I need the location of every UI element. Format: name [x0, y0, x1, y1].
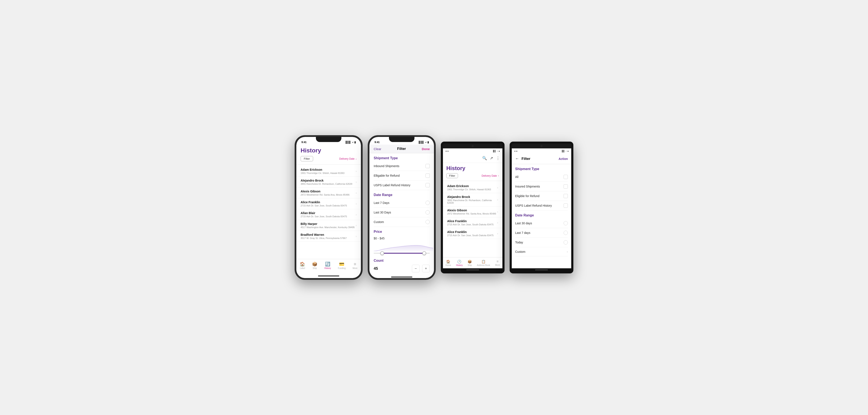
checkbox-refund-android[interactable] [564, 194, 568, 198]
android-tab-bar: 🏠Home🕐History📦Ship📋Address Book≡More [443, 257, 502, 268]
android-filter-title: Filter [522, 157, 556, 161]
tab-item-history[interactable]: 🔄History [324, 262, 331, 269]
slider-right-thumb[interactable] [422, 251, 426, 255]
done-button[interactable]: Done [422, 147, 430, 151]
filter-body: Shipment Type Inbound Shipments Elligabl… [369, 153, 434, 275]
action-button[interactable]: Action [558, 157, 568, 160]
checkbox-all[interactable] [564, 175, 568, 179]
history-page: History Filter Delivery Date ↓ Adam Eric… [296, 145, 361, 259]
android-tab-more[interactable]: ≡More [495, 260, 500, 266]
radio-7days[interactable] [426, 201, 430, 205]
tab-item-ship[interactable]: 📦Ship [312, 262, 317, 269]
android-contact-item[interactable]: Alice Franklin2715 Ash Dr. San Jose, Sou… [443, 228, 502, 239]
time-2: 9:41 [374, 141, 380, 144]
android-filter-7days[interactable]: Last 7 days [515, 228, 568, 238]
android-filter-button[interactable]: Filter [446, 173, 458, 178]
share-icon[interactable]: ↗ [490, 156, 493, 160]
price-range-label: $0 - $45 [374, 235, 430, 242]
android-status-bar: ● ● ▌▌ ⌿ ▮ [443, 148, 502, 153]
android-filter-refund[interactable]: Eligible for Refund [515, 191, 568, 201]
more-icon[interactable]: ⋮ [496, 156, 500, 160]
phone-ios-filter: 9:41 ▌▌▌ ⌿ ▮ Clear Filter Done Shipment … [368, 135, 436, 280]
filter-option-7days[interactable]: Last 7 Days [374, 198, 430, 208]
increment-button[interactable]: + [422, 265, 430, 272]
chevron-icon: › [497, 232, 498, 235]
checkbox-usps[interactable] [426, 183, 430, 187]
chevron-icon: › [355, 180, 357, 184]
home-indicator [296, 274, 361, 278]
radio-today[interactable] [564, 240, 568, 244]
tab-item-more[interactable]: ≡More [353, 262, 358, 269]
android-tab-home[interactable]: 🏠Home [445, 260, 451, 266]
contact-item[interactable]: Billy Harper4517 Washington Ave. Manches… [296, 220, 361, 231]
filter-option-inbound[interactable]: Inbound Shipments [374, 161, 430, 171]
tab-item-label[interactable]: 🏠Label [300, 262, 305, 269]
filter-option-custom[interactable]: Custom [374, 217, 430, 227]
checkbox-usps-android[interactable] [564, 204, 568, 208]
contact-item[interactable]: Alejandro Brock3891 Ranchview Dr. Richar… [296, 177, 361, 187]
notch [389, 137, 414, 142]
android-sort-label: Delivery Date ↑ [482, 174, 499, 177]
android-filter-today[interactable]: Today [515, 238, 568, 247]
android-filter-body: Shipment Type All Insured Shipments Elig… [512, 164, 571, 268]
filter-option-eligible[interactable]: Elligable for Refund [374, 171, 430, 180]
contact-item[interactable]: Alexis Gibson2972 Westheimer Rd. Santa A… [296, 187, 361, 198]
filter-option-30days[interactable]: Last 30 Days [374, 208, 430, 217]
shipment-type-title: Shipment Type [374, 153, 430, 161]
phone-ios-history: 9:41 ▌▌▌ ⌿ ▮ History Filter Delivery Dat… [294, 135, 363, 280]
android-contact-item[interactable]: Alice Franklin2715 Ash Dr. San Jose, Sou… [443, 217, 502, 228]
android-contact-item[interactable]: Adam Erickson1901 Thornridge Cir. Shiloh… [443, 182, 502, 193]
radio-30days-android[interactable] [564, 221, 568, 225]
android-filter-custom[interactable]: Custom › [515, 247, 568, 257]
android-tab-ship[interactable]: 📦Ship [468, 260, 472, 266]
contact-item[interactable]: Bradford Warren3517 W. Gray St. Utica, P… [296, 231, 361, 242]
slider-left-thumb[interactable] [380, 251, 384, 255]
android-filter-usps[interactable]: USPS Label Refund History [515, 201, 568, 210]
sort-label: Delivery Date ↓ [339, 157, 357, 160]
filter-option-usps[interactable]: USPS Label Refund History [374, 180, 430, 190]
filter-page: Clear Filter Done Shipment Type Inbound … [369, 145, 434, 275]
android-filter-30days[interactable]: Last 30 days [515, 218, 568, 228]
count-value: 45 [374, 266, 409, 271]
radio-30days[interactable] [426, 210, 430, 214]
history-header: History Filter Delivery Date ↓ [296, 145, 361, 163]
chevron-icon: › [355, 224, 357, 227]
android-tab-history[interactable]: 🕐History [456, 260, 463, 266]
checkbox-inbound[interactable] [426, 164, 430, 168]
count-section: Count 45 − + [374, 256, 430, 275]
clear-button[interactable]: Clear [374, 147, 381, 151]
android-filter-all[interactable]: All [515, 172, 568, 182]
camera-hole-2 [540, 145, 542, 147]
home-indicator-2 [369, 275, 434, 278]
tab-item-funding[interactable]: 💳Funding [338, 262, 346, 269]
android-history-title: History [446, 165, 499, 172]
divider [296, 164, 361, 165]
radio-7days-android[interactable] [564, 231, 568, 235]
filter-button[interactable]: Filter [301, 156, 313, 161]
time: 9:41 [302, 141, 307, 144]
filter-nav-title: Filter [397, 147, 406, 151]
android-shipment-type-title: Shipment Type [515, 164, 568, 172]
android-contact-item[interactable]: Alexis Gibson2972 Westheimer Rd. Santa A… [443, 206, 502, 217]
back-icon[interactable]: ← [515, 156, 519, 161]
chevron-icon: › [355, 213, 357, 216]
checkbox-eligible[interactable] [426, 174, 430, 178]
signal-icon: ▌▌▌ [346, 141, 351, 144]
android-contact-item[interactable]: Alejandro Brock3891 Ranchview Dr. Richar… [443, 193, 502, 206]
wifi-icon: ⌿ [352, 141, 353, 144]
android-tab-address-book[interactable]: 📋Address Book [477, 260, 490, 266]
price-slider[interactable] [374, 243, 430, 255]
radio-custom[interactable] [426, 220, 430, 224]
android-date-range-title: Date Range [515, 210, 568, 218]
android-history-page: 🔍 ↗ ⋮ History Filter Delivery Date ↑ Ada… [443, 153, 502, 268]
contact-item[interactable]: Allan Blair2715 Ash Dr. San Jose, South … [296, 209, 361, 220]
android-divider [443, 181, 502, 181]
checkbox-insured[interactable] [564, 184, 568, 188]
decrement-button[interactable]: − [412, 265, 420, 272]
search-icon[interactable]: 🔍 [482, 156, 487, 160]
android-home-bar [443, 268, 502, 271]
chevron-icon: › [355, 202, 357, 205]
android-filter-insured[interactable]: Insured Shipments [515, 182, 568, 191]
contact-item[interactable]: Adam Erickson1901 Thornridge Cir. Shiloh… [296, 166, 361, 177]
contact-item[interactable]: Alice Franklin2715 Ash Dr. San Jose, Sou… [296, 198, 361, 209]
